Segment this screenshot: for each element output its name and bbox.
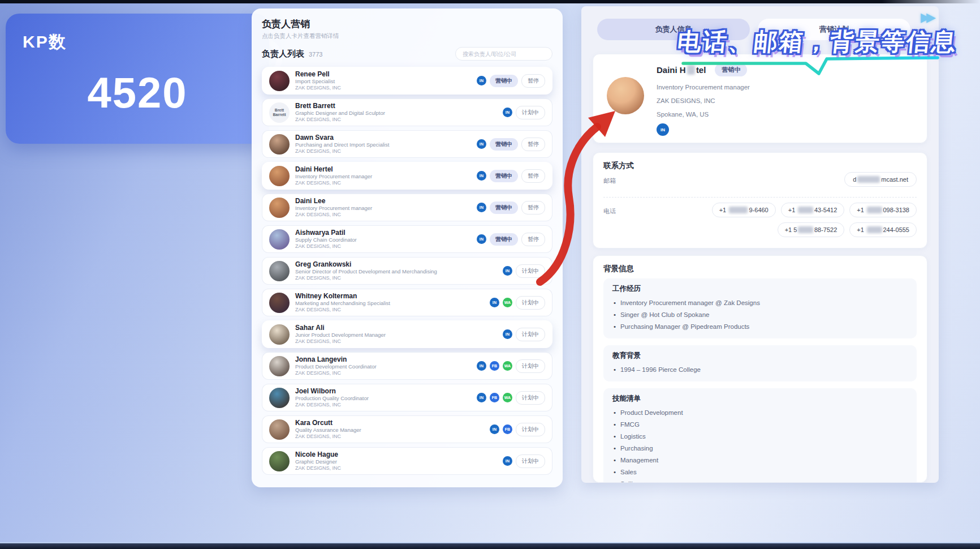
status-pill: 计划中 [516,359,545,373]
person-info: Daini LeeInventory Procurement managerZA… [295,197,472,218]
status-pill: 计划中 [516,106,545,119]
person-badges: IN计划中 [503,106,545,119]
person-badges: IN营销中暂停 [477,74,545,88]
pause-button[interactable]: 暂停 [521,201,545,215]
phone-value-pill[interactable]: +1 ●●●●098-3138 [849,203,917,217]
background-card: 背景信息 工作经历 Inventory Procurement manager … [593,255,927,483]
phone-censor-blur: ●●●● [798,226,813,233]
pause-button[interactable]: 暂停 [521,138,545,151]
phone-value-pill[interactable]: +1 ●●●●244-0555 [849,222,917,237]
person-row[interactable]: Brett BarrettBrett BarrettGraphic Design… [262,98,552,126]
background-section-title: 背景信息 [603,264,634,274]
person-badges: INWA计划中 [490,296,545,310]
work-experience-card: 工作经历 Inventory Procurement manager @ Zak… [603,278,917,338]
kp-card-value: 4520 [6,68,269,117]
person-title: Quality Assurance Manager [295,427,485,434]
avatar [269,166,290,186]
person-name: Greg Grankowski [295,260,498,268]
phone-censor-blur: ●●●● [867,207,882,213]
education-list: 1994 – 1996 Pierce College [612,364,908,376]
linkedin-icon[interactable]: IN [657,123,669,136]
in-channel-icon: IN [477,139,486,149]
phone-value-pill[interactable]: +1 5●●●●88-7522 [778,222,845,237]
person-detail-panel: 负责人信息 营销计划 Daini Hertel 营销中 Inventory Pr… [581,6,939,483]
avatar [269,229,290,250]
email-value-pill[interactable]: d●●●●●●mcast.net [844,172,917,187]
person-row[interactable]: Whitney KoltermanMarketing and Merchandi… [262,289,552,316]
person-company: ZAK DESIGNS, INC [295,434,485,440]
person-row[interactable]: Daini HertelInventory Procurement manage… [262,162,552,190]
person-company: ZAK DESIGNS, INC [295,307,485,313]
person-row[interactable]: Renee PellImport SpecialistZAK DESIGNS, … [262,67,552,95]
avatar [269,293,290,313]
skill-item: Management [612,454,908,466]
in-channel-icon: IN [477,393,486,402]
person-row[interactable]: Joel WilbornProduction Quality Coordinat… [262,384,552,411]
person-badges: IN计划中 [503,264,545,278]
person-badges: INFB计划中 [490,423,545,436]
person-row[interactable]: Aishwarya PatilSupply Chain CoordinatorZ… [262,225,552,253]
person-row[interactable]: Kara OrcuttQuality Assurance ManagerZAK … [262,415,552,443]
person-company: ZAK DESIGNS, INC [657,97,715,104]
person-info: Joel WilbornProduction Quality Coordinat… [295,387,472,408]
person-company: ZAK DESIGNS, INC [295,243,472,250]
pause-button[interactable]: 暂停 [521,233,545,246]
status-pill: 营销中 [490,170,518,182]
person-row[interactable]: Dawn SvaraPurchasing and Direct Import S… [262,130,552,158]
phone-suffix: 43-5412 [814,207,837,213]
phone-censor-blur: ●●●● [798,207,813,213]
person-company: ZAK DESIGNS, INC [295,275,498,281]
status-pill: 营销中 [490,75,518,87]
person-title: Graphic Designer and Digital Sculptor [295,110,498,117]
person-info: Brett BarrettGraphic Designer and Digita… [295,102,498,123]
person-badges: IN计划中 [503,454,545,468]
wa-channel-icon: WA [503,361,512,371]
status-badge: 营销中 [715,63,747,76]
person-info: Whitney KoltermanMarketing and Merchandi… [295,292,485,313]
person-row[interactable]: Jonna LangevinProduct Development Coordi… [262,352,552,380]
person-name: Daini Hertel [295,165,472,173]
person-name: Brett Barrett [295,102,498,110]
person-name: Joel Wilborn [295,387,472,395]
person-company: ZAK DESIGNS, INC [295,465,498,471]
phone-value-pill[interactable]: +1 ●●●●●9-6460 [712,203,776,217]
kp-count-card: KP数 4520 [6,14,269,144]
search-input[interactable] [455,47,552,61]
person-info: Nicole HagueGraphic DesignerZAK DESIGNS,… [295,451,498,471]
person-row[interactable]: Greg GrankowskiSenior Director of Produc… [262,257,552,285]
status-pill: 计划中 [516,296,545,310]
pause-button[interactable]: 暂停 [521,169,545,183]
phone-suffix: 098-3138 [883,207,910,213]
pause-button[interactable]: 暂停 [521,74,545,88]
in-channel-icon: IN [503,266,512,276]
person-info: Aishwarya PatilSupply Chain CoordinatorZ… [295,229,472,250]
work-item: Purchasing Manager @ Pipedream Products [612,321,908,333]
avatar [607,77,644,114]
fast-forward-icon[interactable]: ▶▶ [921,10,932,25]
status-pill: 计划中 [516,454,545,468]
person-badges: IN营销中暂停 [477,169,545,183]
person-info: Greg GrankowskiSenior Director of Produc… [295,260,498,281]
list-label: 负责人列表 [262,49,304,59]
phone-value-pill[interactable]: +1 ●●●●43-5412 [781,203,845,217]
leads-list-panel: 负责人营销 点击负责人卡片查看营销详情 负责人列表 3773 Renee Pel… [252,8,563,487]
work-experience-title: 工作经历 [612,284,908,294]
phone-prefix: +1 [788,207,797,213]
status-pill: 计划中 [516,423,545,436]
panel-title: 负责人营销 [262,18,552,31]
person-name: Kara Orcutt [295,419,485,427]
fb-channel-icon: FB [503,424,512,434]
name-censor-blur: er [687,65,695,75]
wa-channel-icon: WA [503,393,512,402]
avatar [269,388,290,408]
person-info: Renee PellImport SpecialistZAK DESIGNS, … [295,70,472,91]
person-name: Daini Lee [295,197,472,205]
person-row[interactable]: Nicole HagueGraphic DesignerZAK DESIGNS,… [262,447,552,475]
person-title: Import Specialist [295,78,472,85]
person-row[interactable]: Daini LeeInventory Procurement managerZA… [262,194,552,221]
person-title: Marketing and Merchandising Specialist [295,300,485,307]
in-channel-icon: IN [477,361,486,371]
person-row[interactable]: Sahar AliJunior Product Development Mana… [262,320,552,348]
avatar [269,451,290,471]
person-title: Production Quality Coordinator [295,395,472,402]
